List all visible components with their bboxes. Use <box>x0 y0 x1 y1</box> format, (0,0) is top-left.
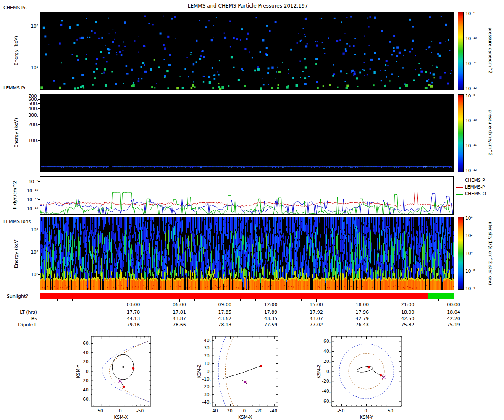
y-tick-label: 10² <box>17 272 38 277</box>
ephemeris-row-label: Rs <box>3 316 37 321</box>
time-minor-tick <box>438 299 439 301</box>
legend-line-swatch <box>456 187 463 188</box>
y-tick-label: 20. <box>83 378 90 383</box>
ephemeris-value: 43.62 <box>213 316 236 321</box>
orbit-plot-orbit-ksm-y-vs-ksm-x: 50.0.-50.-60.-40.-20.0.20.40.60.KSM-XKSM… <box>74 334 156 420</box>
orbit-plot-area <box>339 344 394 399</box>
colorbar-tick-label: 10⁻⁹ <box>465 11 488 16</box>
y-tick-label: -40. <box>81 350 90 355</box>
y-tick-label: -40. <box>322 388 331 394</box>
y-tick-label: 10⁻¹¹ <box>17 197 38 202</box>
moon-marker <box>368 366 370 369</box>
legend-line-swatch <box>456 181 463 181</box>
y-tick-label: 0. <box>326 369 331 374</box>
y-tick-mark <box>38 99 40 100</box>
endpoint-marker <box>380 374 382 377</box>
time-minor-tick <box>210 299 210 301</box>
y-tick-mark <box>38 140 40 141</box>
ephemeris-value: 44.13 <box>122 316 145 321</box>
time-tick-label: 15:00 <box>304 302 328 307</box>
ephemeris-value: 77.02 <box>304 322 328 328</box>
y-tick-label: 400. <box>17 106 38 111</box>
y-tick-label: 20. <box>323 359 331 364</box>
y-tick-label: 40. <box>83 387 90 392</box>
moon-orbit-marker <box>132 368 135 370</box>
y-axis-label: KSM-Z <box>316 364 321 378</box>
sunlight-bar <box>40 293 454 299</box>
ephemeris-value: 78.66 <box>168 322 191 328</box>
legend-item: LEMMS-P <box>456 184 503 191</box>
colorbar-tick-label: 10⁻¹² <box>465 168 488 173</box>
x-axis-label: KSM-Y <box>360 415 373 420</box>
orbit-plot-frame <box>332 336 401 406</box>
y-tick-label: 0. <box>207 369 211 374</box>
legend-item: CHEMS-O <box>456 191 503 198</box>
x-tick-label: 40. <box>212 408 219 413</box>
lemms-chems-figure: LEMMS and CHEMS Particle Pressures 2012:… <box>0 0 504 420</box>
trajectory <box>373 370 384 378</box>
time-minor-tick <box>286 299 286 301</box>
intensity-colorbar-label: intensity 1/(s cm^2 ster keV) <box>488 215 493 291</box>
y-tick-mark <box>38 96 40 96</box>
x-tick-label: 50. <box>97 408 105 413</box>
x-axis-label: KSM-X <box>114 415 128 420</box>
time-tick-label: 18:00 <box>350 302 374 307</box>
orbit-ellipse <box>357 365 373 373</box>
colorbar-tick-label: 10⁻¹² <box>465 86 488 91</box>
time-tick-label: 03:00 <box>122 302 145 307</box>
legend-item: CHEMS-P <box>456 178 503 184</box>
pressure-colorbar-1-label: pressure dyne/cm^2 <box>488 13 493 88</box>
panel1-title: CHEMS Pr. <box>3 5 27 10</box>
y-tick-label: -20. <box>322 378 331 383</box>
y-tick-label: 10⁻¹⁰ <box>17 188 38 193</box>
line-legend: CHEMS-PLEMMS-PCHEMS-O <box>456 178 503 200</box>
colorbar-tick-label: 10⁻¹⁰ <box>465 36 488 41</box>
time-tick-label: 21:00 <box>396 302 420 307</box>
legend-label: CHEMS-O <box>465 191 486 196</box>
orbit-plot-area <box>102 336 156 406</box>
y-tick-mark <box>38 26 40 26</box>
y-tick-label: 40. <box>323 349 331 354</box>
y-tick-label: 30. <box>204 345 211 350</box>
colorbar-tick-label: 10⁻⁹ <box>465 93 488 98</box>
y-axis-label: KSM-Y <box>76 365 81 378</box>
time-minor-tick <box>72 299 73 301</box>
pressure-colorbar-2 <box>458 94 464 172</box>
chems-pressure-spectrogram <box>40 12 454 90</box>
legend-label: LEMMS-P <box>465 184 485 189</box>
y-tick-label: 200. <box>17 122 38 127</box>
time-minor-tick <box>393 299 393 301</box>
ephemeris-value: 17.81 <box>168 310 191 315</box>
legend-label: CHEMS-P <box>465 178 485 183</box>
ephemeris-value: 17.96 <box>350 310 374 315</box>
y-tick-mark <box>38 108 40 109</box>
ephemeris-value: 17.78 <box>122 310 145 315</box>
ephemeris-value: 79.16 <box>122 322 145 328</box>
lemms-pressure-spectrogram <box>40 94 454 172</box>
y-tick-label: -60. <box>322 399 331 404</box>
y-tick-label: -20. <box>202 384 211 389</box>
panel2-title: LEMMS Pr. <box>3 85 27 91</box>
x-tick-label: 50. <box>388 408 395 413</box>
y-tick-mark <box>38 181 40 182</box>
legend-line-swatch <box>456 194 463 195</box>
ephemeris-value: 18.00 <box>396 310 420 315</box>
pressure-colorbar-1 <box>458 12 464 90</box>
ephemeris-value: 78.13 <box>213 322 236 328</box>
panel1-y-axis-label: Energy (keV) <box>13 21 19 80</box>
bow-shock <box>102 336 156 406</box>
intensity-colorbar <box>458 217 464 290</box>
time-minor-tick <box>88 299 88 301</box>
x-tick-label: -50. <box>337 408 346 413</box>
ephemeris-value: 17.85 <box>213 310 236 315</box>
time-minor-tick <box>118 299 118 301</box>
colorbar-tick-label: 10⁻¹¹ <box>465 143 488 148</box>
orbit-plot-orbit-ksm-z-vs-ksm-y: -50.0.50.60.40.20.0.-20.-40.-60.KSM-YKSM… <box>315 334 406 420</box>
x-tick-label: -20. <box>255 408 264 413</box>
ephemeris-row-label: Dipole L <box>3 322 37 328</box>
time-minor-tick <box>164 299 164 301</box>
y-tick-label: 10³ <box>17 249 38 255</box>
orbit-plot-orbit-ksm-z-vs-ksm-x: 40.20.0.-20.-40.40.30.20.10.0.-10.-20.-3… <box>195 334 283 420</box>
panel3-y-axis-label: P dyn/cm^2 <box>12 166 18 225</box>
spacecraft-marker <box>382 376 385 379</box>
